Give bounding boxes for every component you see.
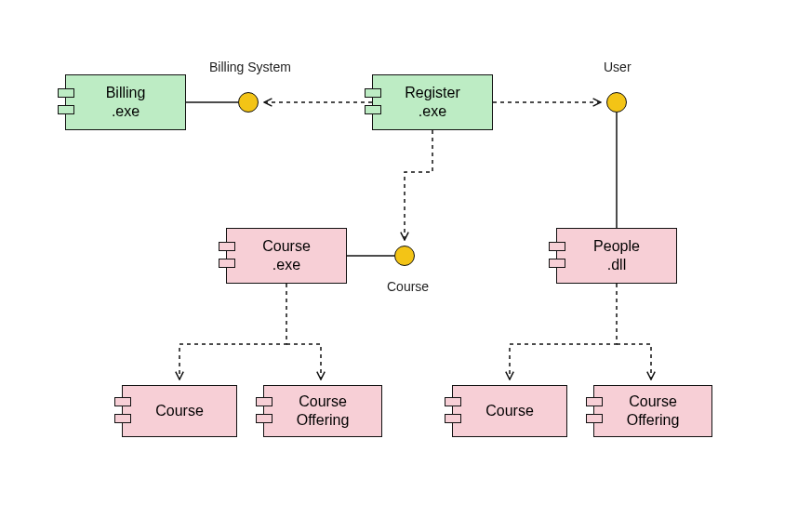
component-label: Billing .exe bbox=[66, 75, 185, 129]
component-course-offering-right: Course Offering bbox=[593, 385, 712, 437]
interface-label: Billing System bbox=[209, 60, 291, 74]
interface-billing-system bbox=[238, 92, 259, 113]
component-label: Course bbox=[123, 386, 236, 436]
interface-course bbox=[394, 246, 415, 266]
interface-user bbox=[606, 92, 627, 113]
component-label: Course bbox=[453, 386, 566, 436]
component-people-dll: People .dll bbox=[556, 228, 677, 284]
component-label: Course Offering bbox=[264, 386, 381, 436]
component-register-exe: Register .exe bbox=[372, 74, 493, 130]
interface-label: User bbox=[604, 60, 632, 74]
connector bbox=[405, 130, 432, 240]
component-billing-exe: Billing .exe bbox=[65, 74, 186, 130]
component-label: Course Offering bbox=[594, 386, 711, 436]
interface-label: Course bbox=[387, 279, 429, 294]
diagram-canvas: Billing .exe Register .exe Course .exe P… bbox=[0, 0, 811, 532]
connector-fork bbox=[510, 284, 651, 379]
component-course-left: Course bbox=[122, 385, 237, 437]
connector-fork bbox=[179, 284, 321, 379]
component-label: Course .exe bbox=[227, 229, 346, 283]
component-course-exe: Course .exe bbox=[226, 228, 347, 284]
component-label: Register .exe bbox=[373, 75, 492, 129]
component-course-offering-left: Course Offering bbox=[263, 385, 382, 437]
component-course-right: Course bbox=[452, 385, 567, 437]
component-label: People .dll bbox=[557, 229, 676, 283]
